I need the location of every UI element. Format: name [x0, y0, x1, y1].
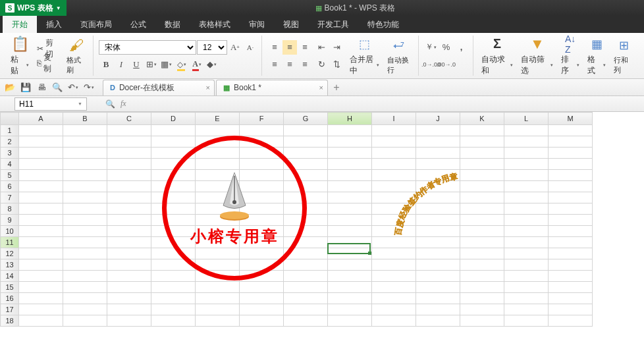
cell-F13[interactable] — [240, 259, 284, 271]
cell-D11[interactable] — [151, 237, 196, 248]
cell-M17[interactable] — [549, 304, 593, 315]
cell-M15[interactable] — [549, 282, 593, 293]
row-col-button[interactable]: ⊞ 行和列 — [611, 36, 636, 76]
cell-G8[interactable] — [284, 203, 328, 215]
cell-D12[interactable] — [151, 248, 196, 259]
percent-button[interactable]: % — [439, 40, 454, 55]
cell-F18[interactable] — [240, 315, 284, 327]
open-button[interactable]: 📂 — [3, 80, 17, 95]
cell-B7[interactable] — [63, 192, 107, 203]
menu-tab-6[interactable]: 审阅 — [240, 16, 274, 33]
menu-tab-5[interactable]: 表格样式 — [190, 16, 240, 33]
col-header-F[interactable]: F — [240, 113, 284, 125]
cell-J7[interactable] — [416, 192, 460, 203]
format-painter-button[interactable]: 🖌 格式刷 — [64, 36, 89, 76]
cell-J11[interactable] — [416, 237, 460, 248]
cell-F15[interactable] — [240, 282, 284, 293]
cell-K9[interactable] — [460, 215, 504, 226]
cell-L4[interactable] — [504, 159, 549, 170]
cell-C4[interactable] — [107, 159, 151, 170]
cell-F3[interactable] — [240, 148, 284, 159]
col-header-J[interactable]: J — [416, 113, 460, 125]
increase-indent-button[interactable]: ⇥ — [330, 40, 344, 55]
cell-F1[interactable] — [240, 125, 284, 136]
autosum-button[interactable]: Σ 自动求和▾ — [479, 34, 516, 78]
cell-A3[interactable] — [19, 148, 63, 159]
cell-J17[interactable] — [416, 304, 460, 315]
cell-K13[interactable] — [460, 259, 504, 271]
cell-A9[interactable] — [19, 215, 63, 226]
cell-D9[interactable] — [151, 215, 196, 226]
cell-A7[interactable] — [19, 192, 63, 203]
cell-D6[interactable] — [151, 181, 196, 192]
cell-C8[interactable] — [107, 203, 151, 215]
row-header-12[interactable]: 12 — [1, 248, 19, 259]
cell-F17[interactable] — [240, 304, 284, 315]
cell-L8[interactable] — [504, 203, 549, 215]
fx-button[interactable]: fx — [121, 99, 126, 109]
cell-I7[interactable] — [372, 192, 416, 203]
cell-E11[interactable] — [196, 237, 240, 248]
cell-B17[interactable] — [63, 304, 107, 315]
decrease-decimal-button[interactable]: .00→.0 — [439, 57, 454, 72]
col-header-D[interactable]: D — [151, 113, 196, 125]
cell-L7[interactable] — [504, 192, 549, 203]
cell-J16[interactable] — [416, 293, 460, 304]
cell-J4[interactable] — [416, 159, 460, 170]
cell-K14[interactable] — [460, 271, 504, 282]
border-button[interactable]: ⊞▾ — [144, 57, 159, 72]
cell-F8[interactable] — [240, 203, 284, 215]
col-header-C[interactable]: C — [107, 113, 151, 125]
cell-K1[interactable] — [460, 125, 504, 136]
app-logo[interactable]: S WPS 表格 ▼ — [0, 0, 67, 16]
cell-B3[interactable] — [63, 148, 107, 159]
cell-M9[interactable] — [549, 215, 593, 226]
cell-B5[interactable] — [63, 170, 107, 181]
row-header-8[interactable]: 8 — [1, 203, 19, 215]
cell-H10[interactable] — [328, 226, 372, 237]
cell-M4[interactable] — [549, 159, 593, 170]
cell-G9[interactable] — [284, 215, 328, 226]
cell-D16[interactable] — [151, 293, 196, 304]
cell-M3[interactable] — [549, 148, 593, 159]
cell-M13[interactable] — [549, 259, 593, 271]
cell-C11[interactable] — [107, 237, 151, 248]
cell-E12[interactable] — [196, 248, 240, 259]
cell-J10[interactable] — [416, 226, 460, 237]
increase-font-button[interactable]: A+ — [228, 40, 242, 55]
cell-J15[interactable] — [416, 282, 460, 293]
row-header-4[interactable]: 4 — [1, 159, 19, 170]
cell-M12[interactable] — [549, 248, 593, 259]
orientation-button[interactable]: ↻ — [315, 57, 329, 72]
cell-D8[interactable] — [151, 203, 196, 215]
cell-K6[interactable] — [460, 181, 504, 192]
underline-button[interactable]: U — [129, 57, 144, 72]
cell-I15[interactable] — [372, 282, 416, 293]
cell-I18[interactable] — [372, 315, 416, 327]
cell-I10[interactable] — [372, 226, 416, 237]
cell-F5[interactable] — [240, 170, 284, 181]
cell-A6[interactable] — [19, 181, 63, 192]
cell-K12[interactable] — [460, 248, 504, 259]
cell-K15[interactable] — [460, 282, 504, 293]
cell-E1[interactable] — [196, 125, 240, 136]
cell-H13[interactable] — [328, 259, 372, 271]
close-icon[interactable]: × — [319, 84, 323, 92]
cell-F10[interactable] — [240, 226, 284, 237]
cell-M7[interactable] — [549, 192, 593, 203]
sort-button[interactable]: A↓Z 排序▾ — [558, 34, 582, 78]
cell-J12[interactable] — [416, 248, 460, 259]
fill-color-button[interactable]: ◇▾ — [174, 57, 189, 72]
cell-L1[interactable] — [504, 125, 549, 136]
cell-J6[interactable] — [416, 181, 460, 192]
row-header-2[interactable]: 2 — [1, 136, 19, 148]
cell-D10[interactable] — [151, 226, 196, 237]
cell-H17[interactable] — [328, 304, 372, 315]
comma-button[interactable]: , — [454, 40, 469, 55]
cell-H16[interactable] — [328, 293, 372, 304]
cell-M16[interactable] — [549, 293, 593, 304]
cell-J3[interactable] — [416, 148, 460, 159]
cell-G3[interactable] — [284, 148, 328, 159]
cell-B8[interactable] — [63, 203, 107, 215]
row-header-9[interactable]: 9 — [1, 215, 19, 226]
